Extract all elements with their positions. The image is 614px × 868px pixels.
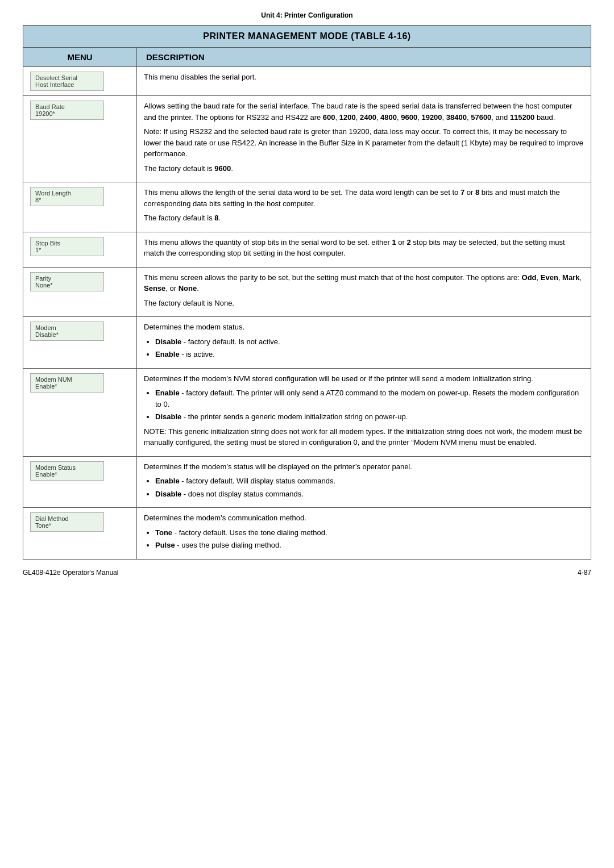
menu-title-modem-status: Modem Status [35,464,99,471]
table-row: Word Length 8* This menu allows the leng… [23,182,591,232]
menu-value-parity: None* [35,282,99,289]
menu-cell-modem: Modem Disable* [23,317,137,369]
menu-title-modem: Modem [35,324,99,331]
menu-value-dial-method: Tone* [35,522,99,529]
desc-para-0: Allows setting the baud rate for the ser… [144,101,584,123]
table-row: Dial Method Tone* Determines the modem’s… [23,508,591,560]
menu-cell-deselect-serial: Deselect Serial Host Interface [23,67,137,96]
main-table: PRINTER MANAGEMENT MODE (TABLE 4-16) MEN… [23,25,591,560]
desc-para-0: Determines if the modem’s status will be… [144,461,584,473]
desc-cell-modem-num: Determines if the modem’s NVM stored con… [137,368,591,456]
menu-title-parity: Parity [35,275,99,282]
menu-box-modem-status: Modem Status Enable* [30,461,104,481]
desc-para-0: Determines if the modem’s NVM stored con… [144,373,584,385]
menu-box-modem-num: Modem NUM Enable* [30,373,104,393]
desc-cell-baud-rate: Allows setting the baud rate for the ser… [137,96,591,182]
menu-box-deselect-serial: Deselect Serial Host Interface [30,72,104,91]
footer-right: 4-87 [578,569,591,577]
page-header: Unit 4: Printer Configuration [23,11,591,19]
table-row: Modem Disable* Determines the modem stat… [23,317,591,369]
desc-cell-dial-method: Determines the modem’s communication met… [137,508,591,560]
col-header-row: MENU DESCRIPTION [23,48,591,67]
list-item: Enable - factory default. The printer wi… [155,387,584,410]
menu-value-modem-status: Enable* [35,471,99,478]
menu-box-baud-rate: Baud Rate 19200* [30,101,104,120]
desc-para-1: Note: If using RS232 and the selected ba… [144,126,584,160]
menu-box-dial-method: Dial Method Tone* [30,512,104,532]
desc-cell-parity: This menu screen allows the parity to be… [137,267,591,317]
list-item: Pulse - uses the pulse dialing method. [155,540,584,551]
list-item: Disable - does not display status comman… [155,489,584,500]
desc-cell-modem-status: Determines if the modem’s status will be… [137,456,591,508]
desc-note-modem-num: NOTE: This generic initialization string… [144,426,584,448]
desc-list-modem: Disable - factory default. Is not active… [155,336,584,360]
col-header-menu: MENU [23,48,137,67]
desc-list-modem-num: Enable - factory default. The printer wi… [155,387,584,423]
desc-list-dial-method: Tone - factory default. Uses the tone di… [155,527,584,551]
menu-cell-baud-rate: Baud Rate 19200* [23,96,137,182]
desc-cell-deselect-serial: This menu disables the serial port. [137,67,591,96]
col-header-desc: DESCRIPTION [137,48,591,67]
menu-value-baud-rate: 19200* [35,110,99,117]
menu-box-word-length: Word Length 8* [30,187,104,206]
list-item: Enable - is active. [155,349,584,360]
desc-cell-word-length: This menu allows the length of the seria… [137,182,591,232]
table-row: Modem NUM Enable* Determines if the mode… [23,368,591,456]
desc-cell-modem: Determines the modem status. Disable - f… [137,317,591,369]
desc-para-1: The factory default is 8. [144,212,584,224]
menu-cell-modem-num: Modem NUM Enable* [23,368,137,456]
menu-title-modem-num: Modem NUM [35,376,99,383]
table-row: Modem Status Enable* Determines if the m… [23,456,591,508]
menu-cell-modem-status: Modem Status Enable* [23,456,137,508]
menu-title-deselect-serial: Deselect Serial [35,74,99,81]
menu-box-parity: Parity None* [30,272,104,291]
desc-para-0: Determines the modem’s communication met… [144,512,584,524]
footer-left: GL408-412e Operator's Manual [23,569,118,577]
table-title: PRINTER MANAGEMENT MODE (TABLE 4-16) [23,26,591,48]
menu-value-stop-bits: 1* [35,247,99,253]
desc-para-0: Determines the modem status. [144,322,584,333]
desc-para: This menu disables the serial port. [144,72,584,83]
list-item: Tone - factory default. Uses the tone di… [155,527,584,539]
menu-value-modem: Disable* [35,331,99,338]
menu-title-baud-rate: Baud Rate [35,103,99,110]
desc-para-2: The factory default is 9600. [144,163,584,174]
list-item: Disable - factory default. Is not active… [155,336,584,348]
page-footer: GL408-412e Operator's Manual 4-87 [23,569,591,577]
menu-cell-dial-method: Dial Method Tone* [23,508,137,560]
desc-para-1: The factory default is None. [144,298,584,309]
menu-cell-parity: Parity None* [23,267,137,317]
desc-list-modem-status: Enable - factory default. Will display s… [155,475,584,499]
menu-cell-stop-bits: Stop Bits 1* [23,232,137,267]
table-title-row: PRINTER MANAGEMENT MODE (TABLE 4-16) [23,26,591,48]
table-row: Deselect Serial Host Interface This menu… [23,67,591,96]
menu-cell-word-length: Word Length 8* [23,182,137,232]
list-item: Disable - the printer sends a generic mo… [155,411,584,423]
desc-para-0: This menu allows the length of the seria… [144,187,584,209]
menu-title-dial-method: Dial Method [35,515,99,522]
list-item: Enable - factory default. Will display s… [155,475,584,487]
menu-value-word-length: 8* [35,197,99,203]
table-row: Parity None* This menu screen allows the… [23,267,591,317]
menu-value-deselect-serial: Host Interface [35,81,99,88]
desc-para-0: This menu screen allows the parity to be… [144,272,584,294]
menu-title-word-length: Word Length [35,190,99,197]
table-row: Stop Bits 1* This menu allows the quanti… [23,232,591,267]
desc-cell-stop-bits: This menu allows the quantity of stop bi… [137,232,591,267]
desc-para-0: This menu allows the quantity of stop bi… [144,237,584,259]
menu-title-stop-bits: Stop Bits [35,240,99,247]
menu-box-modem: Modem Disable* [30,322,104,341]
menu-box-stop-bits: Stop Bits 1* [30,237,104,256]
menu-value-modem-num: Enable* [35,383,99,390]
table-row: Baud Rate 19200* Allows setting the baud… [23,96,591,182]
